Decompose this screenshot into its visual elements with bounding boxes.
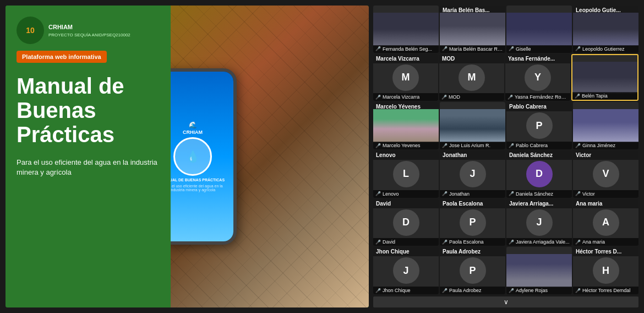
maria-name: María Belén Bascar Ruiz: [449, 46, 503, 52]
marcela-name: Marcela Vizcarra: [383, 94, 419, 100]
video-cell-daniela: Daniela Sánchez D 🎤 Daniela Sánchez: [506, 150, 572, 198]
video-cell-javiera: Javiera Arriaga... J 🎤 Javiera Arriagada…: [506, 199, 572, 246]
video-cell-jonathan: Jonathan J 🎤 Jonathan: [440, 150, 505, 198]
scroll-down-button[interactable]: ∨: [373, 296, 638, 307]
hector-name-top: Héctor Torres D...: [573, 247, 638, 256]
video-cell-ginna: 🎤 Ginna Jiménez: [573, 102, 638, 149]
phone-manual-text: MANUAL DE BUENAS PRÁCTICAS: [171, 178, 228, 182]
video-row-1: Marcela Vizcarra M 🎤 Marcela Vizcarra MO…: [373, 54, 638, 101]
yasna-name-bar: 🎤 Yasna Fernández Rom...: [505, 93, 570, 101]
fernanda-thumb: [373, 13, 439, 46]
jonathan-mic-icon: 🎤: [442, 191, 447, 196]
javiera-avatar: J: [526, 209, 553, 236]
yasna-name: Yasna Fernández Rom...: [515, 94, 568, 100]
victor-avatar: V: [593, 161, 619, 187]
paola-name-top: Paola Escalona: [440, 199, 505, 208]
phone-logo: 🌊 CRHIAM: [183, 121, 203, 135]
david-mic-icon: 🎤: [375, 240, 381, 245]
paula-avatar: P: [460, 257, 486, 284]
jose-name-bar: 🎤 Jose Luis Arium R.: [440, 142, 505, 149]
video-cell-fernanda: 🎤 Fernanda Belén Seg...: [373, 6, 439, 53]
video-row-0: 🎤 Fernanda Belén Seg... María Belén Bas.…: [373, 6, 638, 53]
fernanda-name: Fernanda Belén Seg...: [383, 46, 432, 52]
video-cell-giselle: 🎤 Giselle: [506, 6, 572, 53]
lenovo-avatar: L: [393, 161, 419, 187]
david-avatar: D: [393, 209, 419, 236]
fernanda-name-bar: 🎤 Fernanda Belén Seg...: [373, 45, 439, 53]
video-cell-leopoldo: Leopoldo Gutie... 🎤 Leopoldo Gutierrez: [573, 6, 638, 53]
video-cell-pablo: Pablo Cabrera P 🎤 Pablo Cabrera: [506, 102, 572, 149]
adylene-name-bar: 🎤 Adylene Rojas: [506, 287, 572, 294]
paola-avatar: P: [460, 209, 486, 236]
marcelo-mic-icon: 🎤: [375, 143, 381, 148]
paula-name-top: Paula Adrobez: [440, 247, 505, 256]
video-cell-yasna: Yasna Fernánde... Y 🎤 Yasna Fernández Ro…: [505, 54, 570, 101]
paola-name: Paola Escalona: [449, 239, 484, 245]
ginna-name: Ginna Jiménez: [582, 143, 615, 148]
ginna-thumb: [573, 109, 638, 142]
daniela-avatar: D: [526, 161, 553, 187]
jonathan-avatar: J: [460, 161, 486, 187]
video-cell-anamaria: Ana maria A 🎤 Ana maria: [573, 199, 638, 246]
marcela-name-top: Marcela Vizcarra: [373, 54, 438, 63]
jose-mic-icon: 🎤: [442, 143, 447, 148]
jose-thumb: [440, 109, 505, 142]
pablo-name: Pablo Cabrera: [516, 143, 548, 148]
victor-name-bar: 🎤 Victor: [573, 190, 638, 198]
main-title: Manual de Buenas Prácticas: [17, 74, 160, 147]
leopoldo-name-bar: 🎤 Leopoldo Gutierrez: [573, 45, 638, 53]
video-cell-maria: María Belén Bas... 🎤 María Belén Bascar …: [440, 6, 505, 53]
hector-name: Héctor Torres Demdal: [582, 288, 630, 293]
hector-mic-icon: 🎤: [575, 288, 581, 293]
adylene-name: Adylene Rojas: [516, 288, 548, 293]
phone-mockup: 🌊 CRHIAM 💧 MANUAL DE BUENAS PRÁCTICAS Pa…: [171, 68, 237, 245]
victor-name-top: Victor: [573, 150, 638, 160]
maria-mic-icon: 🎤: [442, 46, 447, 51]
jonathan-name-bar: 🎤 Jonathan: [440, 190, 505, 198]
belen-mic-icon: 🎤: [575, 94, 580, 99]
mod-avatar: M: [459, 64, 485, 91]
video-cell-mod: MOD M 🎤 MOD: [439, 54, 504, 101]
video-grid-panel: 🎤 Fernanda Belén Seg... María Belén Bas.…: [373, 6, 638, 307]
giselle-thumb: [506, 13, 572, 46]
phone-icon: 💧: [173, 137, 212, 176]
marcela-name-bar: 🎤 Marcela Vizcarra: [373, 93, 438, 101]
mod-mic-icon: 🎤: [441, 95, 447, 100]
jhon-mic-icon: 🎤: [375, 288, 381, 293]
daniela-name: Daniela Sánchez: [516, 191, 553, 197]
paola-mic-icon: 🎤: [442, 240, 447, 245]
jonathan-name-top: Jonathan: [440, 150, 505, 160]
proyecto-text: PROYECTO SEQUÍA ANID/PSEQ210002: [48, 33, 130, 37]
leopoldo-name: Leopoldo Gutierrez: [582, 46, 625, 52]
ginna-name-bar: 🎤 Ginna Jiménez: [573, 142, 638, 149]
giselle-mic-icon: 🎤: [509, 46, 514, 51]
anamaria-name: Ana maria: [582, 239, 605, 245]
leopoldo-thumb: [573, 13, 638, 46]
javiera-name-top: Javiera Arriaga...: [506, 199, 572, 208]
ginna-mic-icon: 🎤: [575, 143, 581, 148]
video-row-4: David D 🎤 David Paola Escalona P 🎤 Paola…: [373, 199, 638, 246]
yasna-mic-icon: 🎤: [507, 95, 513, 100]
yasna-avatar: Y: [525, 64, 551, 91]
giselle-name-bar: 🎤 Giselle: [506, 45, 572, 53]
anamaria-name-bar: 🎤 Ana maria: [573, 238, 638, 246]
video-cell-david: David D 🎤 David: [373, 199, 439, 246]
video-row-5: Jhon Chique J 🎤 Jhon Chique Paula Adrobe…: [373, 247, 638, 294]
video-cell-lenovo: Lenovo L 🎤 Lenovo: [373, 150, 439, 198]
paula-name-bar: 🎤 Paula Adrobez: [440, 287, 505, 294]
adylene-mic-icon: 🎤: [509, 288, 514, 293]
phone-screen: 🌊 CRHIAM 💧 MANUAL DE BUENAS PRÁCTICAS Pa…: [171, 72, 233, 241]
pablo-avatar: P: [526, 112, 553, 139]
david-name-top: David: [373, 199, 439, 208]
david-name: David: [383, 239, 395, 245]
marcela-mic-icon: 🎤: [375, 95, 381, 100]
adylene-thumb: [506, 254, 572, 287]
jhon-name-top: Jhon Chique: [373, 247, 439, 256]
javiera-mic-icon: 🎤: [509, 240, 514, 245]
video-cell-marcela: Marcela Vizcarra M 🎤 Marcela Vizcarra: [373, 54, 438, 101]
video-row-3: Lenovo L 🎤 Lenovo Jonathan J 🎤 Jonathan: [373, 150, 638, 198]
marcelo-thumb: [373, 109, 439, 142]
belen-thumb: [572, 62, 637, 93]
paula-mic-icon: 🎤: [442, 288, 447, 293]
video-cell-jhon: Jhon Chique J 🎤 Jhon Chique: [373, 247, 439, 294]
